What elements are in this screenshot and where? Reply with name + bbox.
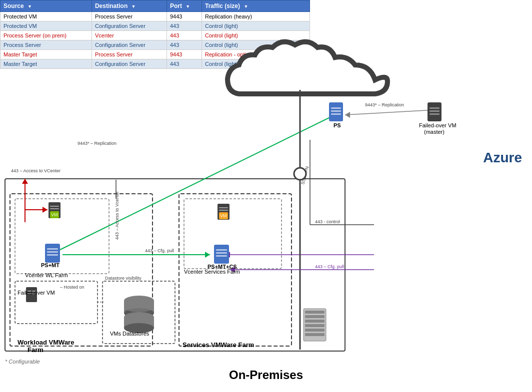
- svg-line-10: [345, 110, 435, 115]
- svg-rect-41: [50, 211, 59, 218]
- svg-rect-45: [219, 210, 228, 211]
- annotation-access-vcenter: 443 – Access to VCenter: [11, 168, 60, 173]
- svg-rect-56: [26, 287, 37, 302]
- svg-rect-60: [124, 301, 154, 313]
- svg-rect-4: [15, 199, 109, 274]
- svg-rect-2: [10, 194, 152, 346]
- table-cell-destination: Process Server: [92, 50, 166, 59]
- config-note: * Configurable: [5, 359, 40, 365]
- col-destination[interactable]: Destination ▼: [92, 0, 166, 12]
- svg-point-65: [124, 323, 154, 333]
- svg-text:443 – Access to Vcenter: 443 – Access to Vcenter: [114, 191, 120, 240]
- svg-rect-49: [47, 248, 58, 250]
- svg-rect-68: [305, 315, 324, 318]
- table-cell-traffic: Control (light): [202, 31, 310, 40]
- table-cell-destination: Vcenter: [92, 31, 166, 40]
- table-cell-source: Protected VM: [0, 21, 92, 31]
- label-failedover-onprem: Failed-over VM: [18, 290, 55, 296]
- onprem-label: On-Premises: [229, 368, 303, 382]
- svg-rect-48: [45, 244, 60, 263]
- svg-point-59: [124, 296, 154, 306]
- svg-rect-70: [305, 324, 324, 327]
- svg-rect-57: [28, 291, 36, 292]
- svg-rect-35: [430, 107, 440, 109]
- label-services-vmware: Services VMWare Farm: [182, 341, 254, 349]
- svg-rect-46: [219, 212, 228, 219]
- svg-rect-3: [179, 194, 292, 346]
- label-datastore-visibility: Datastore visibility: [105, 276, 142, 281]
- svg-rect-33: [331, 113, 341, 115]
- svg-rect-32: [331, 110, 341, 112]
- label-psmt: PS+MT: [41, 262, 60, 268]
- svg-rect-52: [214, 245, 229, 264]
- svg-line-8: [55, 115, 335, 252]
- annotation-ssl-vpn: SSL VPN: [300, 166, 310, 185]
- svg-rect-5: [184, 199, 282, 269]
- svg-rect-53: [216, 249, 227, 251]
- annotation-cfg-pull-right: 443 – Cfg. pull: [315, 264, 344, 269]
- label-psmtcs: PS+MT+CS: [208, 264, 237, 270]
- svg-marker-11: [345, 112, 350, 118]
- svg-point-63: [124, 312, 154, 322]
- label-vcenter-svc-farm: Vcenter Services Farm: [184, 269, 240, 275]
- svg-point-73: [294, 168, 306, 180]
- svg-rect-37: [430, 113, 440, 115]
- label-workload-vmware-2: Farm: [28, 346, 44, 354]
- label-vms-datastores: VMs Datastores: [110, 331, 150, 337]
- col-traffic[interactable]: Traffic (size) ▼: [202, 0, 310, 12]
- svg-rect-50: [47, 251, 58, 253]
- svg-rect-69: [305, 320, 324, 323]
- svg-rect-67: [305, 311, 324, 314]
- svg-rect-7: [102, 281, 175, 344]
- label-ps-cloud: PS: [334, 122, 341, 128]
- svg-text:VM: VM: [51, 212, 58, 217]
- svg-rect-44: [219, 207, 228, 208]
- col-source[interactable]: Source ▼: [0, 0, 92, 12]
- annotation-replication-cloud: 9443* – Replication: [365, 102, 404, 107]
- table-cell-destination: Configuration Server: [92, 59, 166, 69]
- svg-rect-36: [430, 110, 440, 112]
- table-cell-destination: Configuration Server: [92, 40, 166, 50]
- svg-rect-64: [124, 317, 154, 328]
- table-cell-destination: Process Server: [92, 12, 166, 21]
- table-cell-port: 9443: [166, 12, 202, 21]
- svg-rect-72: [305, 333, 324, 336]
- label-hosted-on: – Hosted on: [60, 285, 84, 290]
- svg-rect-1: [5, 179, 345, 351]
- table-cell-port: 9443: [166, 50, 202, 59]
- azure-label: Azure: [483, 150, 522, 166]
- svg-point-62: [124, 302, 154, 312]
- svg-marker-20: [225, 252, 230, 258]
- svg-rect-58: [28, 293, 36, 294]
- svg-rect-31: [331, 107, 341, 109]
- svg-rect-34: [428, 102, 442, 121]
- table-cell-source: Master Target: [0, 59, 92, 69]
- annotation-cfg-pull: 443 – Cfg. pull: [145, 248, 174, 253]
- table-cell-source: Protected VM: [0, 12, 92, 21]
- svg-rect-71: [305, 329, 324, 332]
- table-cell-port: 443: [166, 59, 202, 69]
- svg-rect-43: [218, 204, 230, 220]
- svg-marker-15: [42, 207, 48, 213]
- table-cell-port: 443: [166, 31, 202, 40]
- svg-rect-30: [329, 102, 343, 121]
- table-cell-traffic: Replication (heavy): [202, 12, 310, 21]
- table-cell-port: 443: [166, 40, 202, 50]
- svg-point-61: [124, 308, 154, 318]
- svg-rect-66: [304, 309, 326, 341]
- annotation-control: 443 - control: [315, 219, 340, 224]
- svg-marker-13: [22, 179, 28, 184]
- svg-marker-18: [205, 252, 210, 258]
- svg-rect-54: [216, 252, 227, 254]
- svg-rect-0: [225, 75, 385, 165]
- table-cell-source: Process Server: [0, 40, 92, 50]
- svg-rect-51: [47, 254, 58, 256]
- table-cell-traffic: Replication - optimized (heavy): [202, 50, 310, 59]
- label-workload-vmware: Workload VMWare: [18, 339, 74, 346]
- table-cell-port: 443: [166, 21, 202, 31]
- table-cell-traffic: Control (light): [202, 59, 310, 69]
- table-cell-source: Master Target: [0, 50, 92, 59]
- table-cell-traffic: Control (light): [202, 21, 310, 31]
- table-cell-traffic: Control (light): [202, 40, 310, 50]
- col-port[interactable]: Port ▼: [166, 0, 202, 12]
